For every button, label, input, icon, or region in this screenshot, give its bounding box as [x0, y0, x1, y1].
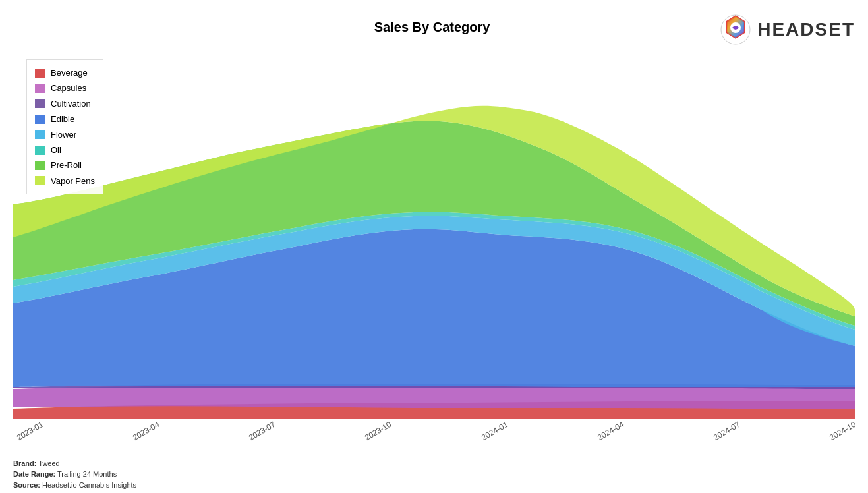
legend-label: Flower: [51, 127, 76, 142]
legend-item: Capsules: [35, 80, 95, 96]
legend-swatch: [35, 161, 45, 170]
x-axis-label: 2023-04: [131, 420, 161, 442]
legend-swatch: [35, 84, 45, 93]
legend-label: Capsules: [51, 80, 86, 96]
chart-legend: BeverageCapsulesCultivationEdibleFlowerO…: [26, 59, 103, 194]
legend-label: Vapor Pens: [51, 173, 95, 188]
chart-title: Sales By Category: [145, 13, 719, 35]
x-axis-label: 2023-07: [247, 420, 277, 442]
legend-label: Beverage: [51, 65, 88, 80]
legend-item: Cultivation: [35, 96, 95, 111]
source-value: Headset.io Cannabis Insights: [42, 481, 136, 489]
legend-swatch: [35, 130, 45, 139]
brand-label: Brand:: [13, 459, 36, 467]
legend-label: Cultivation: [51, 96, 91, 111]
x-axis-label: 2024-07: [712, 420, 741, 442]
legend-label: Oil: [51, 142, 61, 158]
headset-logo-icon: [719, 13, 752, 46]
logo-area: HEADSET: [719, 13, 855, 46]
chart-container: Sales By Category: [0, 0, 868, 493]
x-axis-label: 2024-04: [596, 420, 625, 442]
legend-swatch: [35, 69, 45, 78]
x-axis-label: 2023-01: [15, 420, 45, 442]
source-label: Source:: [13, 481, 40, 489]
chart-area: BeverageCapsulesCultivationEdibleFlowerO…: [13, 53, 855, 422]
x-axis-label: 2023-10: [363, 420, 393, 442]
date-range-value: Trailing 24 Months: [57, 470, 117, 478]
legend-item: Flower: [35, 127, 95, 142]
header: Sales By Category: [13, 13, 855, 46]
legend-swatch: [35, 176, 45, 185]
legend-item: Vapor Pens: [35, 173, 95, 188]
x-axis: 2023-012023-042023-072023-102024-012024-…: [13, 424, 855, 436]
legend-label: Pre-Roll: [51, 158, 82, 173]
brand-value: Tweed: [38, 459, 59, 467]
date-range-label: Date Range:: [13, 470, 55, 478]
x-axis-label: 2024-10: [828, 420, 857, 442]
legend-item: Beverage: [35, 65, 95, 80]
legend-swatch: [35, 99, 45, 108]
area-chart-svg: [13, 53, 855, 422]
x-axis-label: 2024-01: [479, 420, 509, 442]
legend-swatch: [35, 115, 45, 124]
legend-swatch: [35, 146, 45, 155]
legend-item: Oil: [35, 142, 95, 158]
legend-label: Edible: [51, 111, 74, 127]
legend-item: Pre-Roll: [35, 158, 95, 173]
logo-text: HEADSET: [757, 19, 855, 40]
legend-item: Edible: [35, 111, 95, 127]
footer-info: Brand: Tweed Date Range: Trailing 24 Mon…: [13, 458, 136, 491]
